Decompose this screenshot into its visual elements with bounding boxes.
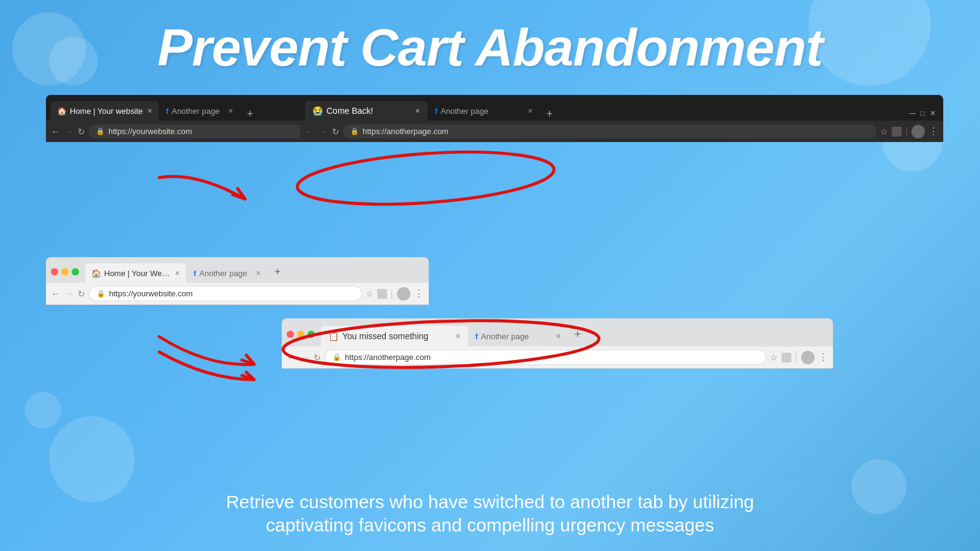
fwd-bottom-btn[interactable]: → [300, 352, 310, 363]
lock-bottom-icon: 🔒 [333, 353, 341, 361]
tab-another-bottom[interactable]: f Another page ✕ [469, 326, 567, 347]
fwd-light-btn[interactable]: → [64, 288, 74, 299]
square2-icon [892, 127, 902, 137]
tab-another-light-label: Another page [199, 269, 252, 278]
fwd3-btn[interactable]: → [318, 126, 328, 137]
url-light-display: https://yourwebsite.com [109, 289, 193, 298]
new-tab-btn2[interactable]: + [543, 108, 557, 121]
you-missed-label: You missed something [342, 331, 428, 341]
come-back-tab[interactable]: 😭 Come Back! ✕ [305, 101, 428, 121]
reload-light-btn[interactable]: ↻ [78, 289, 85, 299]
user-bottom-circle [801, 351, 815, 364]
bookmark-bottom-icon[interactable]: ☆ [770, 353, 778, 362]
back3-btn[interactable]: ← [305, 126, 315, 137]
url-display2: https://anotherpage.com [363, 127, 448, 136]
reload3-btn[interactable]: ↻ [332, 127, 339, 137]
tab3-close[interactable]: ✕ [527, 107, 533, 115]
bottom-text-area: Retrieve customers who have switched to … [0, 492, 980, 536]
tab-another-light[interactable]: f Another page ✕ [187, 263, 267, 283]
bookmark-light-icon[interactable]: ☆ [366, 289, 374, 299]
come-back-emoji: 😭 [312, 106, 323, 116]
user-light-circle [397, 287, 410, 301]
fb-favicon2: f [435, 107, 437, 116]
traffic-yellow[interactable] [61, 268, 69, 276]
divider-bottom: | [795, 352, 797, 363]
traffic-red[interactable] [51, 268, 58, 276]
browser-bottom-right: 📋 You missed something ✕ f Another page … [282, 318, 833, 369]
new-tab-bottom-btn[interactable]: + [571, 328, 585, 341]
tab-home-light-close[interactable]: ✕ [175, 269, 180, 277]
tab-another-bottom-label: Another page [481, 332, 529, 341]
tab-another-bottom-close[interactable]: ✕ [556, 332, 561, 340]
tab-another-light-close[interactable]: ✕ [255, 269, 261, 277]
fb-favicon-light: f [194, 269, 196, 278]
square-light-icon [377, 289, 387, 299]
back-light-btn[interactable]: ← [51, 288, 61, 299]
forward-btn[interactable]: → [64, 126, 74, 137]
traffic-green2[interactable] [307, 331, 315, 338]
tab-home-light-label: Home | Your Website [104, 269, 172, 278]
menu-bottom-icon[interactable]: ⋮ [818, 351, 828, 363]
subtitle-line2: captivating favicons and compelling urge… [0, 515, 980, 536]
min2-icon[interactable]: ─ [910, 108, 916, 118]
bookmark2-icon[interactable]: ☆ [880, 127, 888, 137]
reload-bottom-btn[interactable]: ↻ [314, 353, 321, 362]
traffic-yellow2[interactable] [297, 331, 304, 338]
tab-home-label: Home | Your website [70, 107, 143, 116]
browser-top-dark-right: 😭 Come Back! ✕ f Another page ✕ + ─ □ ✕ … [300, 95, 943, 142]
tab-another-dark[interactable]: f Another page ✕ [160, 101, 239, 121]
lock-light-icon: 🔒 [97, 290, 105, 298]
facebook-favicon: f [166, 107, 168, 116]
tab-home-light[interactable]: 🏠 Home | Your Website ✕ [85, 263, 186, 283]
come-back-oval [291, 151, 560, 206]
come-back-label: Come Back! [326, 106, 373, 116]
subtitle-line1: Retrieve customers who have switched to … [0, 492, 980, 512]
tab2-close-icon[interactable]: ✕ [228, 107, 233, 115]
back-bottom-btn[interactable]: ← [287, 352, 296, 363]
close2-icon[interactable]: ✕ [930, 109, 936, 118]
you-missed-emoji: 📋 [328, 331, 339, 341]
another-page-label: Another page [440, 107, 488, 116]
divider-light: | [391, 288, 393, 299]
tab-close-icon[interactable]: ✕ [147, 107, 153, 115]
menu2-icon[interactable]: ⋮ [929, 126, 938, 137]
browser-bottom-light: 🏠 Home | Your Website ✕ f Another page ✕… [46, 257, 429, 305]
lock-icon: 🔒 [96, 127, 105, 135]
menu-light-icon[interactable]: ⋮ [414, 288, 424, 299]
new-tab-btn[interactable]: + [243, 108, 257, 121]
reload-btn[interactable]: ↻ [78, 127, 85, 137]
divider2: | [905, 126, 908, 137]
square-bottom-icon [782, 353, 791, 362]
traffic-green[interactable] [72, 268, 79, 276]
home-favicon: 🏠 [57, 107, 67, 116]
tab-another-page-dark2[interactable]: f Another page ✕ [429, 101, 539, 121]
you-missed-tab[interactable]: 📋 You missed something ✕ [321, 326, 468, 347]
top-arrow [147, 165, 306, 227]
you-missed-close[interactable]: ✕ [455, 332, 461, 340]
new-tab-light-btn[interactable]: + [271, 266, 285, 279]
tab-another-label: Another page [172, 107, 225, 116]
url-bottom-display: https://anotherpage.com [345, 353, 431, 362]
max2-icon[interactable]: □ [921, 109, 925, 118]
traffic-red2[interactable] [287, 331, 294, 338]
user2-circle [911, 125, 925, 138]
lock2-icon: 🔒 [350, 127, 359, 135]
come-back-close[interactable]: ✕ [415, 107, 420, 115]
svg-point-0 [296, 151, 556, 206]
tab-home-dark[interactable]: 🏠 Home | Your website ✕ [51, 101, 159, 121]
back-btn[interactable]: ← [51, 126, 61, 137]
url-display: https://yourwebsite.com [108, 127, 192, 136]
fb-favicon-bottom: f [475, 332, 478, 341]
home-favicon-light: 🏠 [91, 269, 101, 278]
